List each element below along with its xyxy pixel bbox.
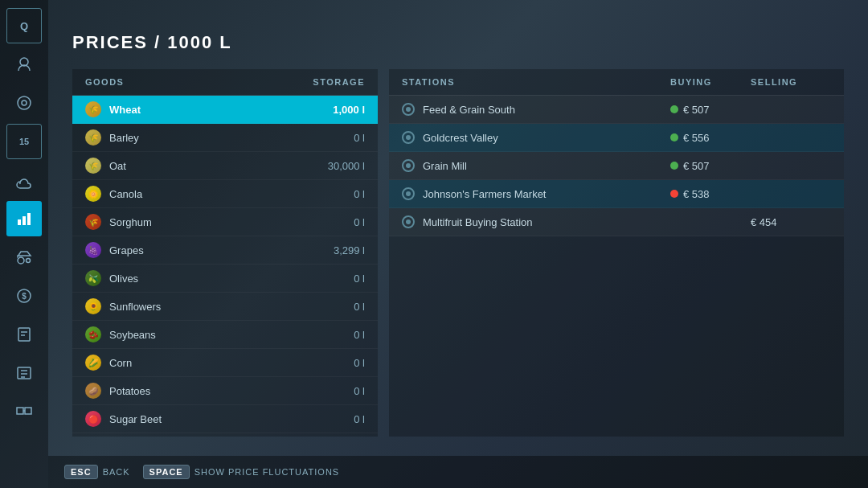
goods-left-soybeans: 🫘 Soybeans [85, 326, 156, 342]
svg-rect-4 [23, 216, 26, 225]
station-name-feedgrain: Feed & Grain South [423, 104, 515, 116]
svg-rect-10 [18, 328, 30, 341]
goods-icon-oat: 🌾 [85, 158, 101, 174]
goods-storage-sunflowers: 0 l [354, 301, 365, 313]
goods-name-corn: Corn [109, 357, 132, 369]
goods-row-sugarbeetcut[interactable]: ✂ Sugar Beet Cut – [72, 433, 378, 437]
sidebar-item-equipment[interactable] [6, 240, 42, 275]
goods-row-sugarbeet[interactable]: 🔴 Sugar Beet 0 l [72, 405, 378, 433]
goods-name-soybeans: Soybeans [109, 329, 156, 341]
goods-row-soybeans[interactable]: 🫘 Soybeans 0 l [72, 321, 378, 349]
goods-storage-corn: 0 l [354, 357, 365, 369]
goods-icon-grapes: 🍇 [85, 242, 101, 258]
goods-list: 🌾 Wheat 1,000 l 🌾 Barley 0 l 🌾 Oat 30,00… [72, 96, 378, 437]
sidebar-item-menu[interactable]: Q [6, 8, 42, 43]
bottom-bar: ESC BACK SPACE SHOW PRICE FLUCTUATIONS [48, 456, 868, 488]
goods-row-wheat[interactable]: 🌾 Wheat 1,000 l [72, 96, 378, 124]
key-hint-esc[interactable]: ESC BACK [64, 465, 130, 479]
svg-rect-12 [17, 408, 23, 414]
goods-row-oat[interactable]: 🌾 Oat 30,000 l [72, 152, 378, 180]
stations-panel-header: STATIONS BUYING SELLING [389, 69, 844, 96]
station-dot-multifruit [402, 215, 415, 228]
sidebar-item-calendar[interactable]: 15 [6, 124, 42, 159]
station-dot-inner-grainmill [406, 163, 411, 168]
sidebar-item-stats[interactable] [6, 201, 42, 236]
goods-row-canola[interactable]: 🌼 Canola 0 l [72, 180, 378, 208]
station-dot-inner-multifruit [406, 219, 411, 224]
goods-left-grapes: 🍇 Grapes [85, 242, 144, 258]
goods-icon-canola: 🌼 [85, 186, 101, 202]
goods-storage-barley: 0 l [354, 132, 365, 144]
key-hint-space[interactable]: SPACE SHOW PRICE FLUCTUATIONS [143, 465, 340, 479]
station-dot-feedgrain [402, 103, 415, 116]
goods-icon-sunflowers: 🌻 [85, 298, 101, 314]
goods-row-sunflowers[interactable]: 🌻 Sunflowers 0 l [72, 293, 378, 321]
station-name-goldcrest: Goldcrest Valley [423, 132, 498, 144]
buying-indicator-grainmill [670, 162, 678, 170]
goods-storage-oat: 30,000 l [328, 160, 365, 172]
goods-icon-barley: 🌾 [85, 129, 101, 146]
goods-row-sorghum[interactable]: 🌾 Sorghum 0 l [72, 208, 378, 236]
sidebar-item-contracts[interactable] [6, 317, 42, 352]
station-row-multifruit[interactable]: Multifruit Buying Station € 454 [389, 208, 844, 236]
stations-panel: STATIONS BUYING SELLING Feed & Grain Sou… [389, 69, 844, 437]
buying-price-johnsons: € 538 [670, 188, 751, 200]
goods-name-sugarbeet: Sugar Beet [109, 413, 162, 425]
stations-list: Feed & Grain South € 507 Goldcrest Valle… [389, 96, 844, 437]
sidebar-item-vehicles[interactable] [6, 85, 42, 121]
sidebar-item-finances[interactable]: $ [6, 278, 42, 314]
goods-icon-corn: 🌽 [85, 355, 101, 371]
goods-icon-olives: 🫒 [85, 270, 101, 286]
goods-name-grapes: Grapes [109, 244, 144, 256]
goods-left-canola: 🌼 Canola [85, 186, 142, 202]
goods-row-barley[interactable]: 🌾 Barley 0 l [72, 124, 378, 152]
station-dot-goldcrest [402, 131, 415, 144]
station-left-multifruit: Multifruit Buying Station [402, 215, 670, 228]
key-badge-esc: ESC [64, 465, 98, 479]
goods-storage-olives: 0 l [354, 273, 365, 285]
svg-rect-3 [18, 219, 21, 225]
panels-row: GOODS STORAGE 🌾 Wheat 1,000 l 🌾 Barley 0… [72, 69, 844, 437]
station-dot-inner-johnsons [406, 191, 411, 196]
goods-left-barley: 🌾 Barley [85, 129, 139, 146]
buying-indicator-johnsons [670, 190, 678, 198]
goods-left-olives: 🫒 Olives [85, 270, 138, 286]
svg-point-6 [18, 257, 24, 264]
station-dot-grainmill [402, 159, 415, 172]
station-name-multifruit: Multifruit Buying Station [423, 216, 533, 228]
goods-row-grapes[interactable]: 🍇 Grapes 3,299 l [72, 236, 378, 265]
stations-col-header: STATIONS [402, 77, 670, 87]
station-dot-inner-goldcrest [406, 135, 411, 140]
goods-storage-sugarbeet: 0 l [354, 413, 365, 425]
goods-icon-potatoes: 🥔 [85, 383, 101, 399]
buying-price-feedgrain: € 507 [670, 104, 751, 116]
sidebar-item-production[interactable] [6, 394, 42, 429]
goods-row-corn[interactable]: 🌽 Corn 0 l [72, 349, 378, 377]
station-row-goldcrest[interactable]: Goldcrest Valley € 556 [389, 124, 844, 152]
sidebar-item-weather[interactable] [6, 162, 42, 198]
station-left-feedgrain: Feed & Grain South [402, 103, 670, 116]
goods-name-sorghum: Sorghum [109, 216, 152, 228]
goods-row-potatoes[interactable]: 🥔 Potatoes 0 l [72, 377, 378, 405]
sidebar-item-farm[interactable] [6, 47, 42, 82]
key-label-space: SHOW PRICE FLUCTUATIONS [194, 467, 339, 477]
station-row-feedgrain[interactable]: Feed & Grain South € 507 [389, 96, 844, 124]
station-name-grainmill: Grain Mill [423, 160, 467, 172]
station-left-johnsons: Johnson's Farmers Market [402, 187, 670, 200]
sidebar-item-help[interactable] [6, 355, 42, 391]
goods-icon-soybeans: 🫘 [85, 326, 101, 342]
goods-left-corn: 🌽 Corn [85, 355, 132, 371]
goods-name-wheat: Wheat [109, 104, 141, 116]
goods-left-oat: 🌾 Oat [85, 158, 126, 174]
station-row-johnsons[interactable]: Johnson's Farmers Market € 538 [389, 180, 844, 208]
svg-point-1 [18, 96, 31, 109]
station-row-grainmill[interactable]: Grain Mill € 507 [389, 152, 844, 180]
svg-rect-5 [27, 213, 31, 225]
key-label-esc: BACK [103, 467, 130, 477]
svg-point-2 [22, 100, 27, 105]
goods-row-olives[interactable]: 🫒 Olives 0 l [72, 265, 378, 293]
goods-name-canola: Canola [109, 188, 142, 200]
selling-col-header: SELLING [751, 77, 831, 87]
goods-left-sorghum: 🌾 Sorghum [85, 214, 152, 230]
station-left-goldcrest: Goldcrest Valley [402, 131, 670, 144]
